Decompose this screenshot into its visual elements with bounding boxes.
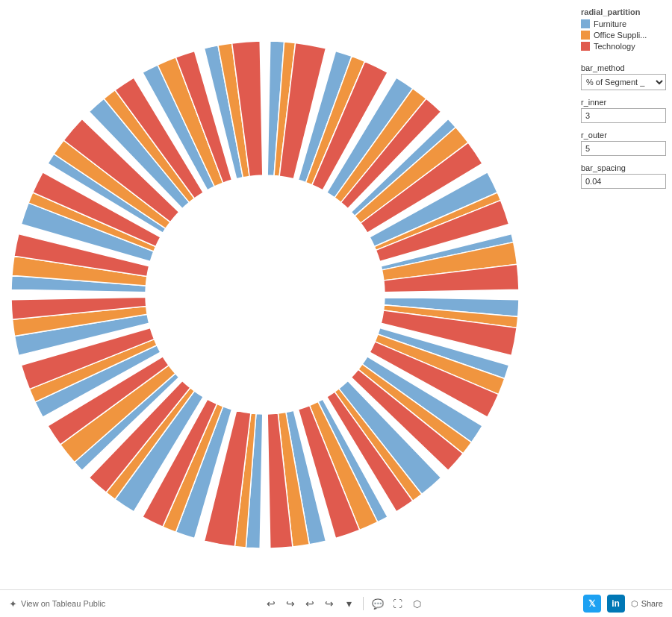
comment-button[interactable]: 💬 <box>370 595 386 612</box>
tableau-link[interactable]: ✦ View on Tableau Public <box>9 598 105 610</box>
r-outer-label: r_outer <box>581 131 666 140</box>
share-icon: ⬡ <box>631 599 638 609</box>
legend-item-officesupplies: Office Suppli... <box>581 31 666 40</box>
redo2-button[interactable]: ↪ <box>321 595 337 612</box>
footer: ✦ View on Tableau Public ↩ ↪ ↩ ↪ ▾ 💬 ⛶ ⬡… <box>0 589 672 617</box>
r-outer-input[interactable] <box>581 141 666 156</box>
bar-method-select[interactable]: % of Segment _ Count Sum <box>581 74 666 90</box>
share-area: 𝕏 in ⬡ Share <box>583 595 663 613</box>
furniture-label: Furniture <box>594 19 626 28</box>
download-button[interactable]: ⬡ <box>408 595 425 612</box>
controls-panel: radial_partition Furniture Office Suppli… <box>575 0 672 589</box>
legend-item-furniture: Furniture <box>581 19 666 28</box>
bar-method-label: bar_method <box>581 63 666 72</box>
main-container: radial_partition Furniture Office Suppli… <box>0 0 672 589</box>
r-inner-input[interactable] <box>581 108 666 123</box>
radial-chart <box>4 0 571 589</box>
legend-item-technology: Technology <box>581 42 666 51</box>
twitter-icon[interactable]: 𝕏 <box>583 595 601 613</box>
undo-button[interactable]: ↩ <box>263 595 279 612</box>
bar-spacing-input[interactable] <box>581 174 666 189</box>
officesupplies-swatch <box>581 31 590 40</box>
legend-title: radial_partition <box>581 7 666 16</box>
share-button[interactable]: ⬡ Share <box>631 599 663 609</box>
officesupplies-label: Office Suppli... <box>594 31 647 40</box>
fullscreen-button[interactable]: ⛶ <box>389 595 405 612</box>
r-outer-control: r_outer <box>581 131 666 156</box>
dropdown-button[interactable]: ▾ <box>340 595 357 612</box>
undo2-button[interactable]: ↩ <box>302 595 318 612</box>
technology-label: Technology <box>594 42 635 51</box>
bar-method-control: bar_method % of Segment _ Count Sum <box>581 63 666 90</box>
bar-spacing-control: bar_spacing <box>581 163 666 189</box>
chart-area <box>0 0 575 589</box>
divider <box>363 597 364 610</box>
toolbar: ↩ ↪ ↩ ↪ ▾ 💬 ⛶ ⬡ <box>263 595 425 612</box>
furniture-swatch <box>581 19 590 28</box>
linkedin-icon[interactable]: in <box>607 595 625 613</box>
bar-spacing-label: bar_spacing <box>581 163 666 172</box>
tableau-link-text: View on Tableau Public <box>21 599 105 608</box>
r-inner-label: r_inner <box>581 98 666 107</box>
tableau-icon: ✦ <box>9 598 17 610</box>
technology-swatch <box>581 42 590 51</box>
legend: radial_partition Furniture Office Suppli… <box>581 7 666 53</box>
share-label: Share <box>641 599 663 608</box>
r-inner-control: r_inner <box>581 98 666 123</box>
redo-button[interactable]: ↪ <box>282 595 299 612</box>
